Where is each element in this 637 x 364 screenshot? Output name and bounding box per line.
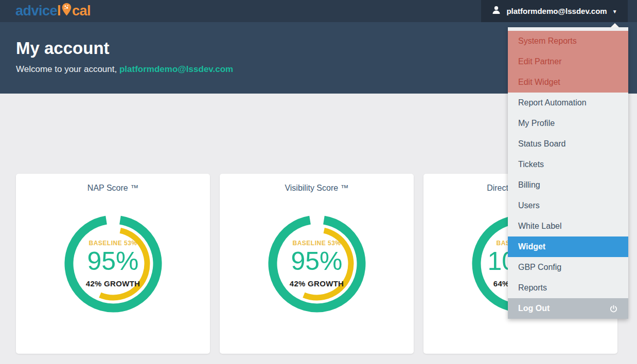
menu-item-label: Widget xyxy=(518,242,545,251)
score-card-title: Visibility Score ™ xyxy=(220,184,414,194)
menu-item-label: Status Board xyxy=(518,139,566,149)
user-email: platformdemo@lssdev.com xyxy=(506,7,607,15)
menu-item-users[interactable]: Users xyxy=(508,195,628,216)
menu-item-system-reports[interactable]: System Reports xyxy=(508,31,628,51)
menu-item-edit-widget[interactable]: Edit Widget xyxy=(508,72,628,93)
caret-down-icon: ▼ xyxy=(612,8,617,14)
score-value: 95% xyxy=(291,248,342,275)
menu-item-label: Edit Partner xyxy=(518,57,561,66)
menu-item-label: Report Automation xyxy=(518,98,587,107)
advicelocal-logo[interactable]: advicel cal xyxy=(15,0,91,22)
growth-label: 42% GROWTH xyxy=(290,279,344,288)
map-pin-icon xyxy=(61,2,72,21)
menu-item-status-board[interactable]: Status Board xyxy=(508,134,628,154)
menu-item-label: GBP Config xyxy=(518,263,561,272)
menu-item-label: White Label xyxy=(518,222,562,231)
donut-center-labels: BASELINE 53% 95% 42% GROWTH xyxy=(266,212,368,315)
logo-text-advice: advice xyxy=(15,3,57,19)
user-icon xyxy=(491,5,501,17)
menu-item-label: Tickets xyxy=(518,160,544,169)
donut-gauge: BASELINE 53% 95% 42% GROWTH xyxy=(266,212,368,315)
menu-item-label: Edit Widget xyxy=(518,78,560,87)
user-dropdown-menu: System Reports Edit Partner Edit Widget … xyxy=(508,27,628,319)
growth-label: 42% GROWTH xyxy=(86,279,140,288)
welcome-email: platformdemo@lssdev.com xyxy=(119,64,233,74)
baseline-label: BASELINE 53% xyxy=(292,240,341,247)
donut-gauge: BASELINE 53% 95% 42% GROWTH xyxy=(62,212,165,315)
menu-item-billing[interactable]: Billing xyxy=(508,175,628,195)
menu-item-log-out[interactable]: Log Out xyxy=(508,298,628,319)
menu-item-label: Billing xyxy=(518,180,540,190)
menu-item-widget[interactable]: Widget xyxy=(508,236,628,257)
user-menu-toggle[interactable]: platformdemo@lssdev.com ▼ xyxy=(481,0,628,22)
menu-item-reports[interactable]: Reports xyxy=(508,278,628,298)
score-card: Visibility Score ™ BASELINE 53% 95% 42% … xyxy=(220,174,414,354)
menu-item-edit-partner[interactable]: Edit Partner xyxy=(508,51,628,72)
menu-item-my-profile[interactable]: My Profile xyxy=(508,113,628,134)
menu-item-label: Reports xyxy=(518,283,547,293)
menu-item-label: My Profile xyxy=(518,119,555,128)
menu-item-label: Log Out xyxy=(518,304,550,313)
menu-item-gbp-config[interactable]: GBP Config xyxy=(508,257,628,278)
menu-item-label: System Reports xyxy=(518,37,577,46)
donut-center-labels: BASELINE 53% 95% 42% GROWTH xyxy=(62,212,165,315)
logo-text-cal: cal xyxy=(72,3,91,19)
app-screen: advicel cal platformdemo@lssdev.com ▼ My… xyxy=(0,0,637,364)
score-value: 95% xyxy=(87,248,138,275)
baseline-label: BASELINE 53% xyxy=(89,240,137,247)
menu-item-tickets[interactable]: Tickets xyxy=(508,154,628,175)
top-navbar: advicel cal platformdemo@lssdev.com ▼ xyxy=(0,0,637,22)
menu-item-white-label[interactable]: White Label xyxy=(508,216,628,236)
logo-text-l: l xyxy=(57,3,61,19)
score-card-title: NAP Score ™ xyxy=(16,184,210,194)
menu-item-report-automation[interactable]: Report Automation xyxy=(508,93,628,113)
welcome-prefix: Welcome to your account, xyxy=(16,64,119,74)
score-card: NAP Score ™ BASELINE 53% 95% 42% GROWTH xyxy=(16,174,210,354)
power-icon xyxy=(609,304,618,313)
menu-item-label: Users xyxy=(518,201,540,210)
